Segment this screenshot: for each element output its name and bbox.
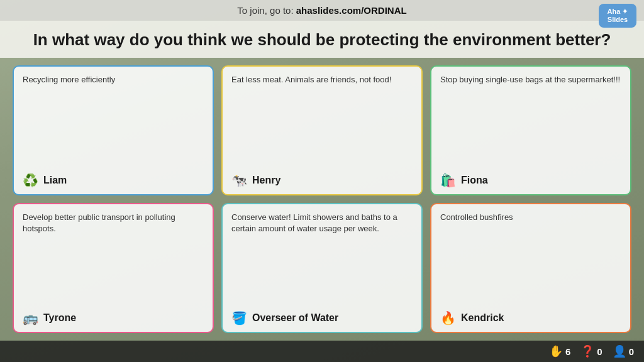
card-6: Controlled bushfires🔥Kendrick <box>430 203 631 333</box>
question-stat: ❓ 0 <box>580 344 602 358</box>
header-bar: To join, go to: ahaslides.com/ORDINAL Ah… <box>0 0 644 21</box>
card-1-text: Recycling more efficiently <box>23 74 204 169</box>
card-4-user: 🚌Tyrone <box>23 312 204 324</box>
card-3-user-name: Fiona <box>461 175 488 186</box>
footer-bar: ✋ 6 ❓ 0 👤 0 <box>0 341 644 362</box>
card-1: Recycling more efficiently♻️Liam <box>13 65 214 195</box>
person-stat: 👤 0 <box>613 344 634 358</box>
card-1-user-name: Liam <box>43 175 67 186</box>
question-text: In what way do you think we should be pr… <box>25 30 619 50</box>
person-icon: 👤 <box>613 344 626 358</box>
logo-top: Aha ✦ <box>608 8 628 16</box>
card-6-user: 🔥Kendrick <box>440 312 621 324</box>
card-5: Conserve water! Limit showers and baths … <box>221 203 423 333</box>
join-prefix: To join, go to: <box>237 5 296 16</box>
main-content: To join, go to: ahaslides.com/ORDINAL Ah… <box>0 0 644 362</box>
hand-icon: ✋ <box>549 344 563 358</box>
card-4-user-icon: 🚌 <box>23 312 38 324</box>
card-5-text: Conserve water! Limit showers and baths … <box>231 212 413 307</box>
question-count: 0 <box>597 346 602 357</box>
hand-count: 6 <box>565 346 570 357</box>
card-6-text: Controlled bushfires <box>440 212 621 307</box>
card-3: Stop buying single-use bags at the super… <box>430 65 631 195</box>
card-5-user-name: Overseer of Water <box>252 312 338 324</box>
card-2-user-icon: 🐄 <box>231 174 247 187</box>
card-2-user-name: Henry <box>252 175 280 186</box>
card-5-user-icon: 🪣 <box>231 312 247 324</box>
card-2: Eat less meat. Animals are friends, not … <box>221 65 423 195</box>
card-1-user: ♻️Liam <box>23 174 204 187</box>
card-6-user-icon: 🔥 <box>440 312 456 324</box>
card-2-user: 🐄Henry <box>231 174 413 187</box>
logo-line1: Aha ✦ <box>608 8 628 16</box>
cards-grid: Recycling more efficiently♻️LiamEat less… <box>0 58 644 341</box>
join-instruction: To join, go to: ahaslides.com/ORDINAL <box>237 5 406 16</box>
card-4-user-name: Tyrone <box>43 312 76 324</box>
hand-raise-stat: ✋ 6 <box>549 344 570 358</box>
question-icon: ❓ <box>580 344 594 358</box>
ahaslides-logo: Aha ✦ Slides <box>599 4 636 28</box>
question-area: In what way do you think we should be pr… <box>0 21 644 58</box>
card-5-user: 🪣Overseer of Water <box>231 312 413 324</box>
card-1-user-icon: ♻️ <box>23 174 38 187</box>
person-count: 0 <box>629 346 634 357</box>
card-3-user-icon: 🛍️ <box>440 174 456 187</box>
card-4-text: Develop better public transport in pollu… <box>23 212 204 307</box>
join-url: ahaslides.com/ORDINAL <box>296 5 407 16</box>
card-3-text: Stop buying single-use bags at the super… <box>440 74 621 169</box>
card-3-user: 🛍️Fiona <box>440 174 621 187</box>
logo-line2: Slides <box>608 16 628 24</box>
card-2-text: Eat less meat. Animals are friends, not … <box>231 74 413 169</box>
card-6-user-name: Kendrick <box>461 312 504 324</box>
card-4: Develop better public transport in pollu… <box>13 203 214 333</box>
